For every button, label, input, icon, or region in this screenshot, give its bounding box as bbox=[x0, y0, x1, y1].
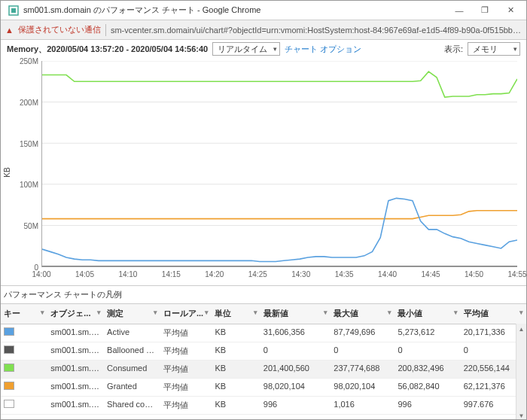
cell-latest: 996 bbox=[260, 396, 331, 414]
svg-rect-1 bbox=[11, 8, 16, 13]
col-max[interactable]: 最大値▾ bbox=[331, 304, 394, 324]
url-text[interactable]: sm-vcenter.sm.domain/ui/chart#?objectId=… bbox=[111, 26, 522, 35]
col-rollup[interactable]: ロールア...▾ bbox=[160, 304, 212, 324]
table-row[interactable]: sm001.sm.d...Shared common平均値KB9961,0169… bbox=[1, 396, 526, 414]
series-swatch bbox=[4, 327, 14, 336]
x-tick: 14:20 bbox=[205, 270, 224, 278]
cell-min: 0 bbox=[394, 342, 460, 360]
chart-area: KB 050M100M150M200M250M 14:0014:0514:101… bbox=[7, 61, 520, 284]
y-tick: 100M bbox=[20, 181, 38, 189]
cell-unit: KB bbox=[212, 342, 260, 360]
table-body: sm001.sm.d...Active平均値KB31,606,35687,749… bbox=[1, 324, 526, 414]
cell-object: sm001.sm.d... bbox=[47, 324, 104, 342]
table-row[interactable]: sm001.sm.d...Granted平均値KB98,020,10498,02… bbox=[1, 378, 526, 396]
filter-icon[interactable]: ▾ bbox=[205, 309, 209, 316]
x-tick: 14:55 bbox=[507, 270, 526, 278]
cell-latest: 0 bbox=[260, 342, 331, 360]
col-avg[interactable]: 平均値▾ bbox=[461, 304, 526, 324]
col-latest[interactable]: 最新値▾ bbox=[260, 304, 331, 324]
filter-icon[interactable]: ▾ bbox=[388, 309, 391, 316]
cell-latest: 201,400,560 bbox=[260, 360, 331, 378]
display-value: メモリ bbox=[473, 44, 498, 55]
cell-latest: 31,606,356 bbox=[260, 324, 331, 342]
series-swatch bbox=[4, 400, 14, 408]
cell-rollup: 平均値 bbox=[160, 324, 212, 342]
cell-max: 98,020,104 bbox=[331, 378, 394, 396]
x-tick: 14:15 bbox=[162, 270, 181, 278]
table-row[interactable]: sm001.sm.d...Consumed平均値KB201,400,560237… bbox=[1, 360, 526, 378]
address-bar: ▲ 保護されていない通信 sm-vcenter.sm.domain/ui/cha… bbox=[1, 20, 526, 40]
cell-unit: KB bbox=[212, 360, 260, 378]
cell-max: 87,749,696 bbox=[331, 324, 394, 342]
col-object[interactable]: オブジェ...▾ bbox=[47, 304, 104, 324]
app-icon bbox=[8, 5, 19, 16]
cell-latest: 98,020,104 bbox=[260, 378, 331, 396]
cell-max: 1,016 bbox=[331, 396, 394, 414]
filter-icon[interactable]: ▾ bbox=[41, 309, 44, 316]
y-axis: 050M100M150M200M250M bbox=[7, 61, 40, 267]
scrollbar[interactable]: ▲ ▼ bbox=[516, 324, 526, 420]
x-tick: 14:35 bbox=[335, 270, 354, 278]
cell-rollup: 平均値 bbox=[160, 360, 212, 378]
x-tick: 14:45 bbox=[422, 270, 440, 278]
maximize-button[interactable]: ❐ bbox=[472, 2, 498, 19]
x-tick: 14:50 bbox=[465, 270, 483, 278]
warning-icon: ▲ bbox=[5, 26, 14, 35]
col-measure[interactable]: 測定▾ bbox=[104, 304, 160, 324]
filter-icon[interactable]: ▾ bbox=[324, 309, 327, 316]
col-unit[interactable]: 単位▾ bbox=[212, 304, 260, 324]
y-tick: 200M bbox=[20, 98, 38, 106]
cell-object: sm001.sm.d... bbox=[47, 378, 104, 396]
cell-unit: KB bbox=[212, 396, 260, 414]
chart-plot[interactable] bbox=[41, 61, 517, 267]
minimize-button[interactable]: — bbox=[446, 2, 472, 19]
filter-icon[interactable]: ▾ bbox=[154, 309, 157, 316]
cell-min: 56,082,840 bbox=[394, 378, 460, 396]
cell-measure: Shared common bbox=[104, 396, 160, 414]
cell-rollup: 平均値 bbox=[160, 342, 212, 360]
filter-icon[interactable]: ▾ bbox=[97, 309, 101, 316]
legend-table: キー▾オブジェ...▾測定▾ロールア...▾単位▾最新値▾最大値▾最小値▾平均値… bbox=[1, 304, 526, 415]
close-button[interactable]: ✕ bbox=[498, 2, 523, 19]
display-select[interactable]: メモリ bbox=[468, 42, 520, 56]
cell-object: sm001.sm.d... bbox=[47, 396, 104, 414]
cell-object: sm001.sm.d... bbox=[47, 360, 104, 378]
cell-rollup: 平均値 bbox=[160, 396, 212, 414]
window-title: sm001.sm.domain のパフォーマンス チャート - Google C… bbox=[23, 5, 446, 16]
cell-min: 996 bbox=[394, 396, 460, 414]
legend-title: パフォーマンス チャートの凡例 bbox=[1, 285, 526, 303]
separator bbox=[105, 24, 106, 36]
cell-min: 5,273,612 bbox=[394, 324, 460, 342]
x-tick: 14:00 bbox=[32, 270, 50, 278]
scroll-down-icon[interactable]: ▼ bbox=[516, 410, 526, 420]
insecure-label: 保護されていない通信 bbox=[18, 24, 101, 35]
cell-max: 237,774,688 bbox=[331, 360, 394, 378]
window-titlebar: sm001.sm.domain のパフォーマンス チャート - Google C… bbox=[1, 1, 526, 20]
cell-object: sm001.sm.d... bbox=[47, 342, 104, 360]
filter-icon[interactable]: ▾ bbox=[454, 309, 458, 316]
filter-icon[interactable]: ▾ bbox=[519, 309, 523, 316]
x-tick: 14:10 bbox=[118, 270, 137, 278]
series-swatch bbox=[4, 382, 14, 390]
timerange-value: リアルタイム bbox=[218, 44, 267, 55]
y-tick: 50M bbox=[24, 222, 38, 230]
cell-unit: KB bbox=[212, 378, 260, 396]
table-row[interactable]: sm001.sm.d...Active平均値KB31,606,35687,749… bbox=[1, 324, 526, 342]
cell-unit: KB bbox=[212, 324, 260, 342]
col-min[interactable]: 最小値▾ bbox=[394, 304, 460, 324]
col-key[interactable]: キー▾ bbox=[1, 304, 47, 324]
chart-options-link[interactable]: チャート オプション bbox=[285, 44, 361, 55]
y-tick: 250M bbox=[20, 57, 38, 65]
x-tick: 14:25 bbox=[248, 270, 267, 278]
x-tick: 14:30 bbox=[291, 270, 310, 278]
cell-measure: Consumed bbox=[104, 360, 160, 378]
table-header-row: キー▾オブジェ...▾測定▾ロールア...▾単位▾最新値▾最大値▾最小値▾平均値… bbox=[1, 304, 526, 324]
series-swatch bbox=[4, 345, 14, 354]
scroll-up-icon[interactable]: ▲ bbox=[516, 324, 526, 334]
y-tick: 150M bbox=[20, 139, 38, 148]
table-row[interactable]: sm001.sm.d...Ballooned memory平均値KB0000 bbox=[1, 342, 526, 360]
timerange-select[interactable]: リアルタイム bbox=[212, 42, 280, 56]
chart-title: Memory、2020/05/04 13:57:20 - 2020/05/04 … bbox=[7, 44, 208, 55]
filter-icon[interactable]: ▾ bbox=[254, 309, 257, 316]
x-tick: 14:40 bbox=[378, 270, 397, 278]
